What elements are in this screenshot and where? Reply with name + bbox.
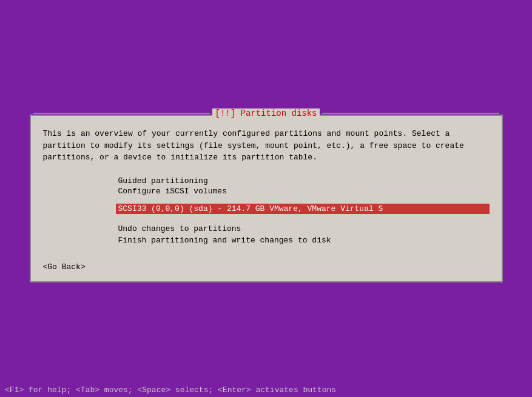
menu-item-undo[interactable]: Undo changes to partitions [116, 224, 490, 234]
bottom-actions: Undo changes to partitions Finish partit… [43, 224, 490, 245]
menu-item-scsi[interactable]: SCSI33 (0,0,0) (sda) - 214.7 GB VMware, … [116, 204, 490, 214]
screen: [!!] Partition disks This is an overview… [0, 0, 532, 397]
dialog: [!!] Partition disks This is an overview… [30, 115, 503, 282]
go-back-button[interactable]: <Go Back> [43, 262, 86, 272]
dialog-title-bar: [!!] Partition disks [31, 108, 502, 118]
menu-item-iscsi[interactable]: Configure iSCSI volumes [116, 186, 490, 196]
dialog-title: [!!] Partition disks [212, 108, 319, 118]
menu-item-guided[interactable]: Guided partitioning [116, 176, 490, 186]
menu-item-finish[interactable]: Finish partitioning and write changes to… [116, 235, 490, 245]
title-line-left [33, 113, 210, 114]
dialog-content: This is an overview of your currently co… [31, 116, 502, 281]
menu-section-options: Guided partitioning Configure iSCSI volu… [43, 176, 490, 196]
description-text: This is an overview of your currently co… [43, 128, 490, 164]
status-bar: <F1> for help; <Tab> moves; <Space> sele… [0, 383, 532, 397]
title-line-right [322, 113, 499, 114]
